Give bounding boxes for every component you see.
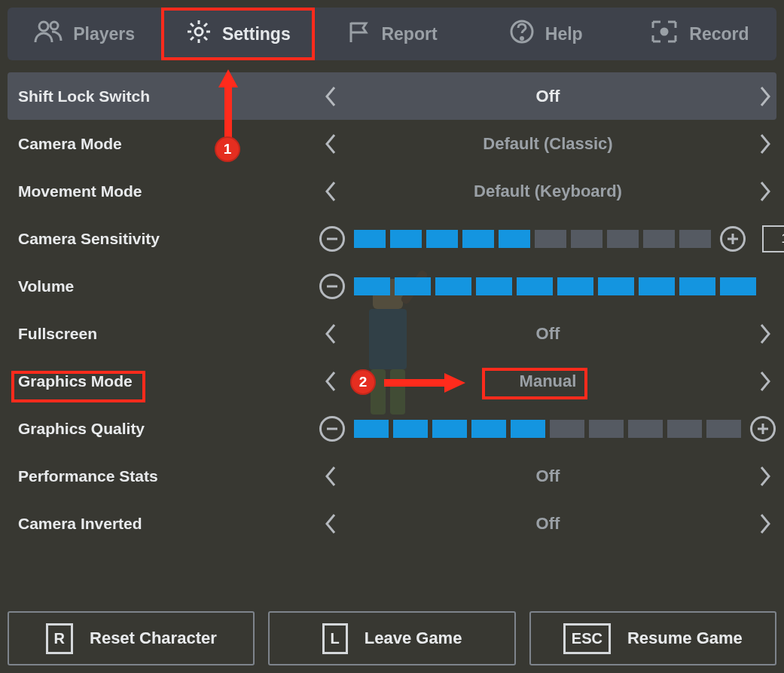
decrease-button[interactable]	[319, 274, 345, 299]
setting-label: Performance Stats	[18, 467, 319, 485]
prev-button[interactable]	[318, 84, 343, 109]
next-button[interactable]	[752, 463, 778, 489]
tab-record[interactable]: Record	[623, 8, 776, 60]
players-icon	[34, 20, 63, 48]
setting-label: Camera Sensitivity	[18, 230, 319, 248]
svg-point-1	[50, 22, 58, 29]
setting-label: Shift Lock Switch	[18, 87, 319, 106]
row-graphics-quality: Graphics Quality	[8, 405, 776, 452]
quality-slider[interactable]	[354, 420, 741, 438]
prev-button[interactable]	[318, 369, 343, 394]
setting-label: Fullscreen	[18, 325, 319, 343]
prev-button[interactable]	[318, 321, 343, 347]
annotation-step-1: 1	[215, 136, 240, 162]
row-performance-stats: Performance Stats Off	[8, 452, 776, 500]
record-icon	[650, 19, 679, 49]
decrease-button[interactable]	[319, 416, 345, 442]
setting-label: Volume	[18, 277, 319, 295]
increase-button[interactable]	[720, 226, 746, 252]
annotation-box-graphics-mode-label	[11, 371, 145, 402]
next-button[interactable]	[752, 179, 778, 204]
setting-value: Off	[536, 87, 560, 106]
annotation-arrow-1	[217, 69, 239, 139]
row-fullscreen: Fullscreen Off	[8, 310, 776, 357]
key-label: R	[46, 623, 73, 654]
tab-settings[interactable]: Settings	[161, 8, 315, 60]
setting-value: Default (Classic)	[483, 134, 612, 154]
annotation-arrow-2	[384, 372, 467, 393]
svg-point-0	[39, 22, 48, 31]
volume-slider[interactable]	[354, 277, 756, 295]
tab-label: Record	[689, 24, 749, 44]
next-button[interactable]	[752, 84, 778, 109]
row-camera-inverted: Camera Inverted Off	[8, 500, 776, 547]
tab-bar: Players Settings Report Help Record	[8, 8, 776, 60]
svg-point-2	[195, 28, 203, 35]
row-volume: Volume	[8, 262, 776, 310]
key-label: ESC	[563, 623, 611, 654]
setting-value: Off	[536, 324, 560, 344]
increase-button[interactable]	[750, 416, 776, 442]
prev-button[interactable]	[318, 179, 343, 204]
setting-label: Movement Mode	[18, 182, 319, 200]
row-shift-lock: Shift Lock Switch Off	[8, 72, 776, 120]
flag-icon	[346, 20, 371, 48]
prev-button[interactable]	[318, 131, 343, 157]
tab-label: Settings	[222, 24, 291, 44]
button-label: Leave Game	[365, 629, 462, 648]
sensitivity-slider[interactable]	[354, 230, 711, 248]
setting-label: Camera Inverted	[18, 515, 319, 533]
next-button[interactable]	[752, 131, 778, 157]
sensitivity-value-box[interactable]: 1	[762, 225, 784, 252]
button-label: Resume Game	[627, 629, 743, 648]
leave-game-button[interactable]: L Leave Game	[268, 611, 515, 665]
tab-help[interactable]: Help	[469, 8, 623, 60]
annotation-step-2: 2	[350, 369, 376, 395]
tab-players[interactable]: Players	[8, 8, 161, 60]
setting-value: Off	[536, 514, 560, 534]
setting-label: Graphics Quality	[18, 420, 319, 438]
next-button[interactable]	[752, 321, 778, 347]
prev-button[interactable]	[318, 463, 343, 489]
prev-button[interactable]	[318, 511, 343, 537]
setting-label: Camera Mode	[18, 135, 319, 153]
button-label: Reset Character	[90, 629, 217, 648]
decrease-button[interactable]	[319, 226, 345, 252]
row-camera-mode: Camera Mode Default (Classic)	[8, 120, 776, 167]
tab-label: Report	[381, 24, 437, 44]
reset-character-button[interactable]: R Reset Character	[8, 611, 255, 665]
setting-value: Off	[536, 467, 560, 486]
svg-point-5	[661, 29, 667, 35]
resume-game-button[interactable]: ESC Resume Game	[529, 611, 776, 665]
key-label: L	[322, 623, 348, 654]
tab-label: Help	[545, 24, 583, 44]
tab-label: Players	[73, 24, 135, 44]
row-camera-sensitivity: Camera Sensitivity 1	[8, 215, 776, 262]
next-button[interactable]	[752, 369, 778, 394]
tab-report[interactable]: Report	[315, 8, 468, 60]
gear-icon	[186, 19, 212, 49]
next-button[interactable]	[752, 511, 778, 537]
annotation-box-graphics-mode-value	[482, 368, 587, 399]
bottom-bar: R Reset Character L Leave Game ESC Resum…	[8, 611, 776, 665]
row-movement-mode: Movement Mode Default (Keyboard)	[8, 167, 776, 215]
help-icon	[509, 19, 535, 49]
setting-value: Default (Keyboard)	[474, 182, 622, 201]
settings-list: Shift Lock Switch Off Camera Mode Defaul…	[8, 72, 776, 547]
svg-point-4	[520, 38, 523, 40]
